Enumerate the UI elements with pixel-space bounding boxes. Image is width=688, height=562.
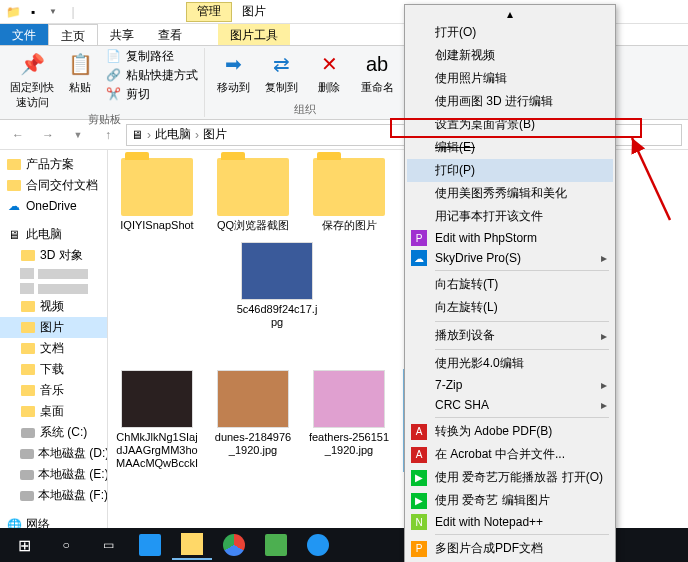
copy-path-button[interactable]: 📄复制路径 (106, 48, 198, 65)
tab-view[interactable]: 查看 (146, 24, 194, 45)
menu-item[interactable]: 7-Zip▸ (407, 375, 613, 395)
menu-item[interactable]: PEdit with PhpStorm (407, 228, 613, 248)
tab-picture-tools[interactable]: 图片工具 (218, 24, 290, 45)
menu-item[interactable]: 创建新视频 (407, 44, 613, 67)
sidebar-item[interactable]: 音乐 (0, 380, 107, 401)
sidebar-item[interactable]: 图片 (0, 317, 107, 338)
menu-item[interactable]: 使用照片编辑 (407, 67, 613, 90)
file-item[interactable]: dunes-2184976_1920.jpg (212, 370, 294, 471)
file-item[interactable]: 5c46d89f24c17.jpg (236, 242, 318, 329)
sidebar-item[interactable]: 本地磁盘 (E:) (0, 464, 107, 485)
sidebar-item[interactable]: 下载 (0, 359, 107, 380)
doc-icon (20, 341, 36, 357)
menu-item[interactable]: 使用画图 3D 进行编辑 (407, 90, 613, 113)
menu-item[interactable]: ▶使用 爱奇艺 编辑图片 (407, 489, 613, 512)
sidebar-item[interactable]: 本地磁盘 (F:) (0, 485, 107, 506)
menu-item[interactable]: 打印(P) (407, 159, 613, 182)
sidebar-item[interactable]: 文档 (0, 338, 107, 359)
group-organize-label: 组织 (211, 100, 399, 117)
pin-icon: 📌 (16, 48, 48, 80)
sidebar-item[interactable] (0, 266, 107, 281)
taskbar-app-generic[interactable] (298, 530, 338, 560)
up-button[interactable]: ↑ (96, 123, 120, 147)
paste-label: 粘贴 (69, 80, 91, 95)
menu-item-label: Edit with PhpStorm (435, 231, 537, 245)
menu-item-label: 使用画图 3D 进行编辑 (435, 93, 553, 110)
sidebar-item[interactable]: 系统 (C:) (0, 422, 107, 443)
task-view-button[interactable]: ▭ (88, 530, 128, 560)
menu-item[interactable]: ▶使用 爱奇艺万能播放器 打开(O) (407, 466, 613, 489)
sidebar-item[interactable]: 🖥此电脑 (0, 224, 107, 245)
image-thumbnail (241, 242, 313, 300)
paste-shortcut-button[interactable]: 🔗粘贴快捷方式 (106, 67, 198, 84)
sidebar-item[interactable] (0, 281, 107, 296)
chevron-right-icon[interactable]: › (147, 128, 151, 142)
navigation-pane[interactable]: 产品方案合同交付文档☁OneDrive🖥此电脑3D 对象视频图片文档下载音乐桌面… (0, 150, 108, 544)
file-item[interactable]: feathers-256151_1920.jpg (308, 370, 390, 471)
sidebar-item[interactable]: 产品方案 (0, 154, 107, 175)
breadcrumb-current[interactable]: 图片 (203, 126, 227, 143)
menu-item[interactable]: 向右旋转(T) (407, 273, 613, 296)
paste-button[interactable]: 📋 粘贴 (58, 48, 102, 95)
history-dropdown[interactable]: ▼ (66, 123, 90, 147)
tab-share[interactable]: 共享 (98, 24, 146, 45)
rename-button[interactable]: ab重命名 (355, 48, 399, 95)
menu-item-label: 向右旋转(T) (435, 276, 498, 293)
sidebar-item[interactable]: 视频 (0, 296, 107, 317)
menu-item[interactable]: P多图片合成PDF文档 (407, 537, 613, 560)
file-item[interactable]: 保存的图片 (308, 158, 390, 232)
file-item[interactable]: QQ浏览器截图 (212, 158, 294, 232)
menu-item[interactable]: 设置为桌面背景(B) (407, 113, 613, 136)
qat-sep-icon: | (64, 3, 82, 21)
sidebar-item[interactable]: 3D 对象 (0, 245, 107, 266)
tab-file[interactable]: 文件 (0, 24, 48, 45)
sidebar-item[interactable]: 本地磁盘 (D:) (0, 443, 107, 464)
3d-icon (20, 248, 36, 264)
file-label: feathers-256151_1920.jpg (308, 431, 390, 457)
back-button[interactable]: ← (6, 123, 30, 147)
taskbar-app-edge[interactable] (130, 530, 170, 560)
qat-down-icon[interactable]: ▼ (44, 3, 62, 21)
file-item[interactable]: ChMkJlkNg1SIajdJAAGrgMM3hoMAAcMQwBcckI0A… (116, 370, 198, 471)
taskbar-app-explorer[interactable] (172, 530, 212, 560)
sidebar-item-label: 下载 (40, 361, 64, 378)
menu-item[interactable]: 编辑(E) (407, 136, 613, 159)
cut-button[interactable]: ✂️剪切 (106, 86, 198, 103)
menu-item[interactable]: CRC SHA▸ (407, 395, 613, 415)
menu-item[interactable]: ☁SkyDrive Pro(S)▸ (407, 248, 613, 268)
folder-icon (313, 158, 385, 216)
menu-item[interactable]: A在 Acrobat 中合并文件... (407, 443, 613, 466)
search-button[interactable]: ○ (46, 530, 86, 560)
sidebar-item[interactable]: 桌面 (0, 401, 107, 422)
menu-item[interactable]: 用记事本打开该文件 (407, 205, 613, 228)
menu-item[interactable]: 使用光影4.0编辑 (407, 352, 613, 375)
p-icon: P (411, 541, 427, 557)
menu-item[interactable]: 向左旋转(L) (407, 296, 613, 319)
forward-button[interactable]: → (36, 123, 60, 147)
delete-button[interactable]: ✕删除 (307, 48, 351, 95)
start-button[interactable]: ⊞ (4, 530, 44, 560)
tab-home[interactable]: 主页 (48, 24, 98, 45)
qat-dropdown-icon[interactable]: ▪ (24, 3, 42, 21)
sidebar-item[interactable]: 合同交付文档 (0, 175, 107, 196)
file-item[interactable]: IQIYISnapShot (116, 158, 198, 232)
pin-button[interactable]: 📌 固定到快 速访问 (10, 48, 54, 110)
pin-label: 固定到快 速访问 (10, 80, 54, 110)
move-to-button[interactable]: ➡移动到 (211, 48, 255, 95)
menu-item[interactable]: A转换为 Adobe PDF(B) (407, 420, 613, 443)
menu-item-label: 打印(P) (435, 162, 475, 179)
sidebar-item[interactable]: ☁OneDrive (0, 196, 107, 216)
menu-item[interactable]: 使用美图秀秀编辑和美化 (407, 182, 613, 205)
menu-item-label: 多图片合成PDF文档 (435, 540, 543, 557)
menu-item-label: 使用光影4.0编辑 (435, 355, 524, 372)
chevron-right-icon[interactable]: › (195, 128, 199, 142)
breadcrumb-root[interactable]: 此电脑 (155, 126, 191, 143)
menu-item[interactable]: 播放到设备▸ (407, 324, 613, 347)
submenu-arrow-icon: ▸ (601, 251, 607, 265)
menu-scroll-up[interactable]: ▴ (407, 7, 613, 21)
menu-item[interactable]: NEdit with Notepad++ (407, 512, 613, 532)
copy-to-button[interactable]: ⇄复制到 (259, 48, 303, 95)
taskbar-app-wechat[interactable] (256, 530, 296, 560)
menu-item[interactable]: 打开(O) (407, 21, 613, 44)
taskbar-app-chrome[interactable] (214, 530, 254, 560)
